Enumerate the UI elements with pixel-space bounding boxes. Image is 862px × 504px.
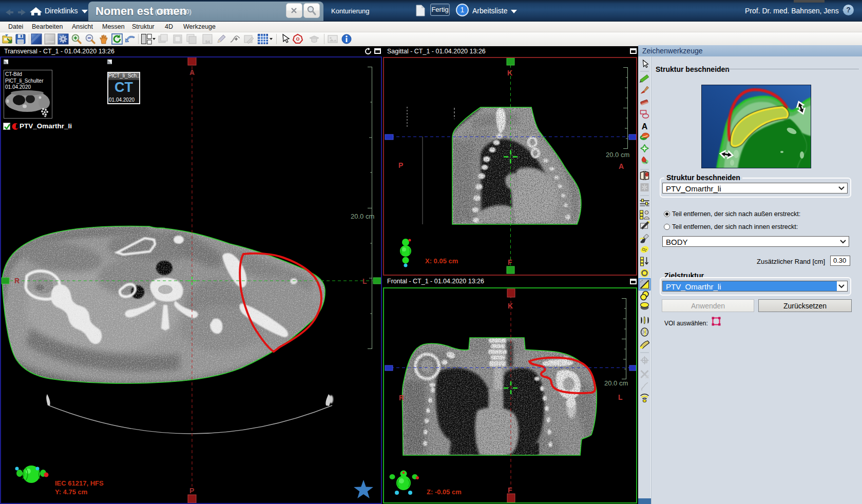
svg-text:F: F bbox=[508, 258, 512, 266]
svg-text:20.0 cm: 20.0 cm bbox=[351, 212, 374, 220]
svg-text:Z: -0.05 cm: Z: -0.05 cm bbox=[427, 488, 462, 496]
svg-text:P: P bbox=[398, 161, 403, 169]
svg-text:K: K bbox=[507, 69, 512, 77]
svg-text:L: L bbox=[618, 393, 623, 401]
svg-text:X: 0.05 cm: X: 0.05 cm bbox=[425, 257, 458, 265]
svg-text:A: A bbox=[642, 122, 648, 131]
svg-text:P: P bbox=[189, 487, 194, 495]
svg-text:R: R bbox=[14, 277, 20, 285]
svg-text:Y: 4.75 cm: Y: 4.75 cm bbox=[55, 488, 87, 496]
svg-text:A: A bbox=[189, 68, 195, 76]
svg-text:K: K bbox=[508, 302, 513, 310]
svg-text:IEC 61217, HFS: IEC 61217, HFS bbox=[55, 479, 104, 487]
svg-text:54: 54 bbox=[205, 40, 210, 44]
svg-text:20.0 cm: 20.0 cm bbox=[606, 151, 629, 159]
svg-text:F: F bbox=[508, 486, 512, 494]
svg-text:R: R bbox=[399, 394, 404, 402]
svg-text:L: L bbox=[362, 277, 367, 285]
svg-text:20.0 cm: 20.0 cm bbox=[604, 379, 628, 387]
svg-text:A: A bbox=[619, 162, 624, 170]
